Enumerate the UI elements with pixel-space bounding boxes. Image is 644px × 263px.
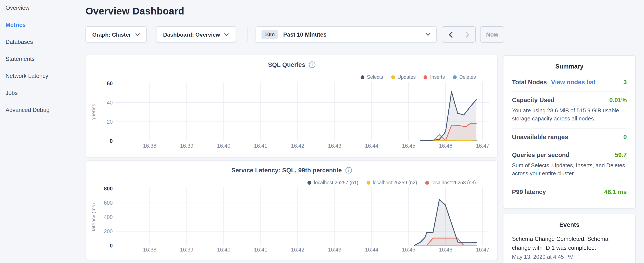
time-range-label: Past 10 Minutes: [283, 31, 326, 38]
sql-queries-chart[interactable]: 16:3816:3916:4016:4116:4216:4316:4416:45…: [86, 55, 498, 158]
svg-text:600: 600: [104, 200, 113, 206]
svg-text:0: 0: [110, 242, 113, 248]
sidebar-item-advanced-debug[interactable]: Advanced Debug: [6, 107, 82, 114]
svg-text:400: 400: [104, 214, 113, 220]
summary-value: 3: [624, 79, 627, 86]
sidebar-item-network-latency[interactable]: Network Latency: [6, 73, 82, 80]
summary-row-total-nodes: Total Nodes View nodes list 3: [512, 74, 627, 92]
dashboard-dropdown[interactable]: Dashboard: Overview: [156, 26, 236, 43]
svg-text:16:38: 16:38: [143, 247, 156, 252]
svg-text:16:44: 16:44: [365, 143, 378, 149]
svg-text:16:46: 16:46: [439, 247, 452, 252]
view-nodes-list-link[interactable]: View nodes list: [551, 79, 596, 86]
svg-text:20: 20: [107, 119, 113, 125]
sidebar-nav: Overview Metrics Databases Statements Ne…: [6, 5, 82, 124]
summary-label: Total Nodes: [512, 79, 547, 86]
svg-text:16:42: 16:42: [291, 247, 304, 252]
previous-time-window-button[interactable]: [442, 27, 459, 42]
summary-description: Sum of Selects, Updates, Inserts, and De…: [512, 162, 627, 177]
summary-row-queries-per-second: Queries per second 59.7 Sum of Selects, …: [512, 146, 627, 183]
svg-text:16:43: 16:43: [328, 143, 342, 149]
svg-text:16:42: 16:42: [291, 143, 304, 149]
sql-queries-card: SQL Queries Selects Updates Inserts Dele…: [86, 55, 498, 157]
sidebar-item-overview[interactable]: Overview: [6, 5, 82, 12]
summary-description: You are using 28.6 MiB of 515.9 GiB usab…: [512, 107, 627, 123]
graph-scope-dropdown[interactable]: Graph: Cluster: [86, 26, 147, 43]
summary-row-p99-latency: P99 latency 46.1 ms: [512, 183, 627, 201]
summary-label: Unavailable ranges: [512, 134, 568, 140]
svg-text:16:47: 16:47: [476, 143, 490, 149]
event-timestamp: May 13, 2020 at 4:45 PM: [512, 254, 627, 260]
svg-text:latency (ms): latency (ms): [90, 203, 96, 231]
svg-text:16:44: 16:44: [365, 247, 378, 252]
svg-text:0: 0: [110, 138, 113, 144]
sidebar-item-metrics[interactable]: Metrics: [6, 22, 82, 29]
svg-text:16:38: 16:38: [143, 143, 156, 149]
svg-text:800: 800: [104, 185, 113, 191]
summary-label: Capacity Used: [512, 97, 554, 103]
event-message: Schema Change Completed: Schema change w…: [512, 234, 627, 252]
time-range-badge: 10m: [262, 30, 278, 39]
sidebar-item-statements[interactable]: Statements: [6, 56, 82, 63]
chevron-down-icon: [135, 33, 140, 36]
summary-title: Summary: [504, 56, 635, 74]
event-list-item[interactable]: Schema Change Completed: Schema change w…: [504, 232, 635, 260]
svg-text:queries: queries: [90, 104, 96, 121]
service-latency-card: Service Latency: SQL, 99th percentile lo…: [86, 160, 498, 260]
svg-text:16:43: 16:43: [328, 247, 342, 252]
svg-text:16:39: 16:39: [180, 143, 194, 149]
summary-panel: Summary Total Nodes View nodes list 3 Ca…: [503, 55, 636, 208]
svg-text:16:40: 16:40: [217, 143, 230, 149]
svg-text:16:47: 16:47: [476, 247, 490, 252]
summary-label: Queries per second: [512, 151, 570, 158]
chevron-right-icon: [465, 31, 470, 38]
svg-text:16:45: 16:45: [402, 247, 416, 252]
chevron-left-icon: [448, 31, 453, 38]
svg-text:16:41: 16:41: [254, 143, 268, 149]
sidebar-item-jobs[interactable]: Jobs: [6, 90, 82, 97]
chevron-down-icon: [425, 33, 431, 36]
summary-row-capacity-used: Capacity Used 0.01% You are using 28.6 M…: [512, 92, 627, 129]
app-root: Overview Metrics Databases Statements Ne…: [0, 0, 644, 263]
svg-text:16:40: 16:40: [217, 247, 230, 252]
sidebar-item-databases[interactable]: Databases: [6, 39, 82, 46]
service-latency-chart[interactable]: 16:3816:3916:4016:4116:4216:4316:4416:45…: [86, 161, 498, 260]
svg-text:16:41: 16:41: [254, 247, 268, 252]
summary-body: Total Nodes View nodes list 3 Capacity U…: [504, 74, 635, 201]
summary-row-unavailable-ranges: Unavailable ranges 0: [512, 129, 627, 146]
graph-scope-label: Graph: Cluster: [92, 31, 131, 38]
summary-value: 0: [624, 134, 627, 140]
summary-value: 59.7: [615, 151, 627, 158]
dashboard-controls: Graph: Cluster Dashboard: Overview 10m P…: [86, 26, 504, 43]
svg-text:16:45: 16:45: [402, 143, 416, 149]
svg-text:16:46: 16:46: [439, 143, 452, 149]
now-button[interactable]: Now: [480, 26, 504, 43]
svg-text:200: 200: [104, 228, 113, 234]
time-range-selector[interactable]: 10m Past 10 Minutes: [256, 26, 437, 43]
events-panel: Events Schema Change Completed: Schema c…: [503, 214, 636, 263]
events-title: Events: [504, 214, 635, 232]
summary-label: P99 latency: [512, 188, 546, 195]
svg-text:16:39: 16:39: [180, 247, 194, 252]
controls-divider: [247, 27, 248, 42]
summary-value: 0.01%: [609, 97, 627, 103]
summary-value: 46.1 ms: [604, 188, 627, 195]
next-time-window-button[interactable]: [459, 27, 476, 42]
page-title: Overview Dashboard: [86, 6, 184, 17]
chevron-down-icon: [224, 33, 229, 36]
dashboard-dropdown-label: Dashboard: Overview: [163, 31, 220, 38]
svg-text:40: 40: [107, 100, 113, 106]
time-window-pager: [442, 26, 476, 43]
svg-text:60: 60: [107, 80, 113, 86]
